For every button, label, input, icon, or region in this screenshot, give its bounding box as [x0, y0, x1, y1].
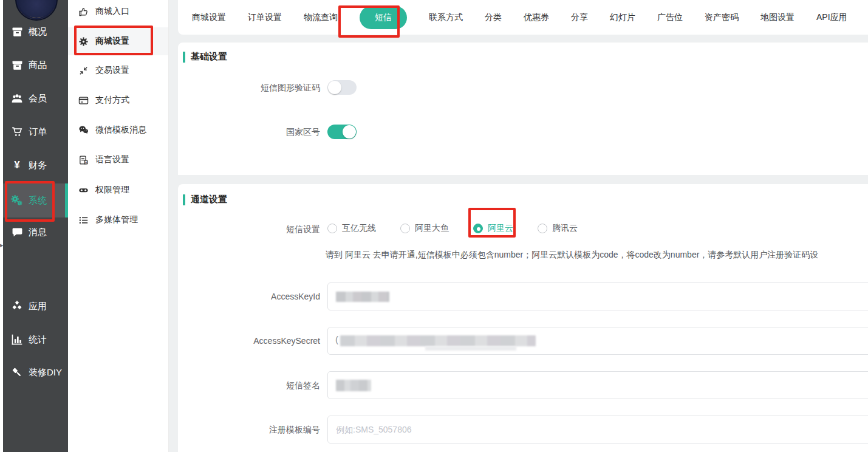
sidebar-item-goods[interactable]: 商品 [3, 49, 68, 81]
accesskeyid-label: AccessKeyId [178, 292, 320, 301]
aliyun-help-text: 请到 阿里云 去申请开通,短信模板中必须包含number；阿里云默认模板为cod… [326, 250, 818, 261]
submenu-item-mall-settings[interactable]: 商城设置 [68, 27, 168, 55]
tab-logistics-query[interactable]: 物流查询 [304, 12, 338, 23]
tab-coupon[interactable]: 优惠券 [524, 12, 549, 23]
sidebar-item-label: 消息 [29, 227, 47, 238]
radio-ali-dayu[interactable]: 阿里大鱼 [400, 223, 449, 234]
language-book-icon: A [78, 155, 89, 165]
admin-settings-page: ▸ 概况 商品 会员 订单 [0, 0, 868, 452]
accesskeysecret-label: AccessKeySecret [178, 336, 320, 346]
sidebar-item-diy[interactable]: 装修DIY [3, 357, 68, 388]
sms-signature-label: 短信签名 [178, 380, 320, 391]
sidebar-item-overview[interactable]: 概况 [3, 16, 68, 47]
media-list-icon [78, 215, 89, 225]
section-accent-bar [183, 194, 185, 205]
members-icon [11, 92, 23, 104]
tab-order-settings[interactable]: 订单设置 [248, 12, 282, 23]
sidebar-item-messages[interactable]: 消息 [3, 216, 68, 248]
submenu-item-label: 微信模板消息 [95, 125, 146, 135]
payment-card-icon [78, 95, 89, 106]
trade-settings-arrows-icon [78, 66, 89, 76]
country-code-label: 国家区号 [178, 127, 320, 138]
sidebar-item-members[interactable]: 会员 [3, 83, 68, 114]
mall-settings-gear-icon [78, 36, 89, 47]
section-title: 通道设置 [191, 194, 227, 205]
sms-captcha-label: 短信图形验证码 [178, 83, 320, 94]
system-gears-icon [11, 194, 23, 207]
tab-sms[interactable]: 短信 [360, 6, 407, 29]
sidebar-item-label: 订单 [29, 126, 47, 138]
section-title: 基础设置 [191, 51, 227, 63]
wechat-icon [78, 125, 89, 135]
accesskeysecret-input[interactable]: ( [327, 327, 868, 355]
tab-contact[interactable]: 联系方式 [429, 12, 463, 23]
radio-huyi-wireless[interactable]: 互亿无线 [327, 223, 376, 234]
register-template-input-wrap [327, 416, 868, 443]
tab-share[interactable]: 分享 [571, 12, 588, 23]
tab-api-app[interactable]: API应用 [816, 12, 847, 23]
sidebar-item-apps[interactable]: 应用 [3, 290, 68, 322]
submenu-item-label: 权限管理 [95, 185, 129, 196]
radio-label: 互亿无线 [342, 223, 376, 234]
goods-box-icon [11, 59, 23, 71]
redacted-value-shadow [425, 346, 516, 351]
main-sidebar: 概况 商品 会员 订单 ¥ 财务 [3, 0, 68, 452]
section-header-channel: 通道设置 [183, 194, 227, 205]
sidebar-item-orders[interactable]: 订单 [3, 116, 68, 148]
radio-circle-icon [538, 224, 547, 233]
submenu-item-label: 商城设置 [95, 36, 129, 47]
tab-asset-password[interactable]: 资产密码 [705, 12, 739, 23]
redacted-value [336, 292, 389, 302]
radio-tencent-cloud[interactable]: 腾讯云 [538, 223, 578, 234]
submenu-item-payment-methods[interactable]: 支付方式 [68, 87, 168, 114]
sidebar-item-label: 统计 [29, 334, 47, 346]
apps-cubes-icon [11, 300, 23, 312]
radio-circle-icon [473, 224, 483, 233]
tab-ad-slot[interactable]: 广告位 [657, 12, 683, 23]
radio-label: 腾讯云 [552, 223, 578, 234]
tab-category[interactable]: 分类 [485, 12, 502, 23]
sms-captcha-toggle[interactable] [327, 80, 357, 95]
tab-mall-settings[interactable]: 商城设置 [192, 12, 226, 23]
submenu-item-trade-settings[interactable]: 交易设置 [68, 57, 168, 84]
redacted-value [340, 335, 536, 346]
submenu-item-media[interactable]: 多媒体管理 [68, 207, 168, 233]
sidebar-item-finance[interactable]: ¥ 财务 [3, 149, 68, 181]
sms-signature-input[interactable] [327, 371, 868, 399]
finance-yen-icon: ¥ [11, 159, 23, 171]
accesskeyid-input[interactable] [327, 282, 868, 310]
radio-circle-icon [327, 224, 337, 233]
tab-map-settings[interactable]: 地图设置 [760, 12, 795, 23]
settings-submenu: 商城入口 商城设置 交易设置 支付方式 [68, 0, 169, 452]
sidebar-item-stats[interactable]: 统计 [3, 324, 68, 355]
redacted-first-char: ( [335, 334, 338, 344]
sidebar-item-label: 应用 [29, 301, 47, 312]
radio-aliyun[interactable]: 阿里云 [473, 223, 513, 234]
sidebar-item-system[interactable]: 系统 [3, 183, 68, 217]
submenu-item-permission[interactable]: 权限管理 [68, 177, 168, 204]
submenu-item-label: 支付方式 [95, 95, 129, 106]
mall-entry-thumb-icon [78, 7, 89, 17]
submenu-item-label: 商城入口 [95, 6, 129, 17]
submenu-item-wechat-template[interactable]: 微信模板消息 [68, 117, 168, 143]
diy-hammer-icon [11, 366, 23, 378]
register-template-input[interactable] [328, 416, 868, 443]
section-accent-bar [183, 52, 185, 63]
submenu-item-label: 语言设置 [95, 154, 129, 165]
submenu-item-mall-entry[interactable]: 商城入口 [68, 0, 168, 25]
toggle-knob [343, 125, 356, 139]
submenu-item-language-settings[interactable]: A 语言设置 [68, 146, 168, 173]
sidebar-item-label: 装修DIY [29, 367, 62, 378]
permission-key-icon [78, 185, 89, 196]
radio-circle-icon [400, 224, 410, 233]
svg-text:A: A [85, 160, 87, 164]
basic-settings-card: 基础设置 短信图形验证码 国家区号 [178, 43, 868, 175]
overview-box-icon [11, 26, 23, 38]
register-template-label: 注册模板编号 [178, 425, 320, 436]
country-code-toggle[interactable] [327, 125, 357, 139]
sms-provider-radio-group: 互亿无线 阿里大鱼 阿里云 腾讯云 [327, 223, 578, 234]
section-header-basic: 基础设置 [183, 51, 227, 63]
tab-slides[interactable]: 幻灯片 [610, 12, 635, 23]
sms-provider-label: 短信设置 [178, 224, 320, 235]
submenu-item-label: 多媒体管理 [95, 214, 138, 225]
